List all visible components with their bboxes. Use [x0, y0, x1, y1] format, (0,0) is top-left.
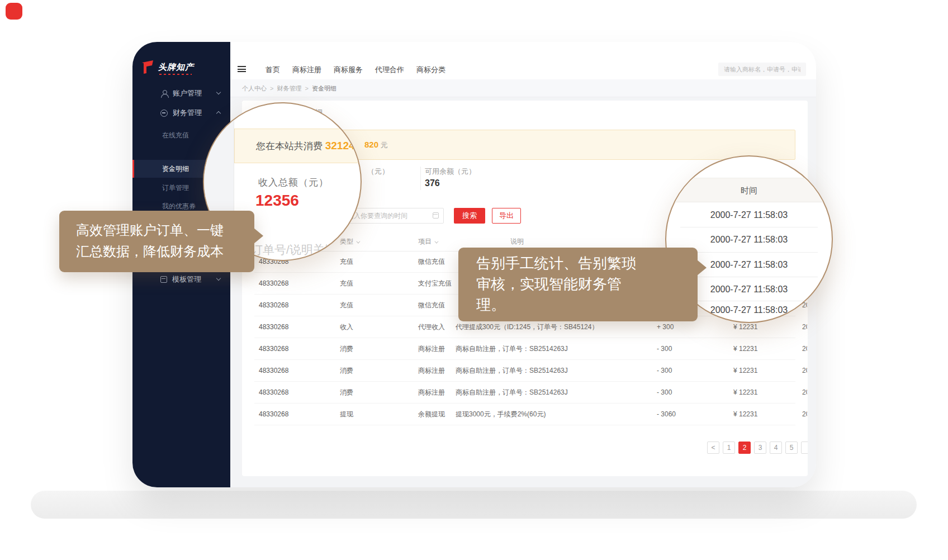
col-header-type[interactable]: 类型	[340, 237, 359, 246]
breadcrumb: 个人中心>财务管理>资金明细	[230, 79, 816, 97]
chevron-down-icon	[216, 90, 221, 94]
red-corner-accent	[6, 3, 22, 20]
breadcrumb-personal-center[interactable]: 个人中心	[242, 85, 267, 92]
table-row[interactable]: 48330268消费商标注册商标自助注册，订单号：SB2514263J- 300…	[254, 382, 795, 404]
sidebar-group-account[interactable]: 账户管理	[132, 84, 230, 103]
sidebar-group-template[interactable]: 模板管理	[132, 270, 230, 289]
hamburger-menu-icon[interactable]	[238, 66, 246, 72]
calendar-icon[interactable]	[433, 212, 439, 219]
callout-smart-finance: 告别手工统计、告别繁琐 审核，实现智能财务管 理。	[458, 248, 698, 321]
page-button-1[interactable]: 1	[723, 442, 735, 454]
top-navbar: 首页 商标注册 商标服务 代理合作 商标分类	[230, 42, 816, 79]
page-button-4[interactable]: 4	[770, 442, 782, 454]
sidebar-group-label: 财务管理	[173, 108, 202, 118]
callout-line: 高效管理账户订单、一键	[76, 220, 254, 241]
magnified-consumption-banner: 您在本站共消费 32124 元	[234, 129, 362, 163]
magnified-income-label: 收入总额（元）	[258, 176, 329, 189]
magnified-row-divider	[680, 252, 818, 253]
trademark-search-input[interactable]	[718, 63, 806, 76]
logo-subtitle-dots	[159, 74, 192, 75]
sidebar-group-label: 模板管理	[172, 274, 201, 284]
magnified-banner-text: 您在本站共消费 32124 元	[256, 140, 362, 153]
magnified-row-divider	[680, 277, 818, 277]
sort-caret-icon	[434, 240, 438, 244]
page-button-2-active[interactable]: 2	[738, 442, 751, 454]
search-button[interactable]: 搜索	[454, 208, 485, 224]
chevron-down-icon	[216, 276, 221, 281]
chevron-up-icon	[216, 111, 221, 116]
available-balance-value: 376	[425, 178, 440, 188]
magnified-row-divider	[680, 227, 818, 227]
col-header-description: 说明	[510, 237, 524, 246]
magnified-row-divider	[680, 301, 818, 301]
sort-caret-icon	[356, 240, 360, 244]
top-nav-items: 首页 商标注册 商标服务 代理合作 商标分类	[266, 63, 445, 77]
page-button-3[interactable]: 3	[754, 442, 766, 454]
template-icon	[160, 276, 167, 283]
nav-agent-cooperation[interactable]: 代理合作	[375, 65, 404, 75]
breadcrumb-separator: >	[270, 85, 273, 92]
callout-line: 审核，实现智能财务管	[476, 274, 698, 295]
consumption-amount: 820	[364, 140, 378, 149]
nav-trademark-register[interactable]: 商标注册	[292, 65, 321, 75]
callout-line: 理。	[476, 295, 698, 315]
page-prev-button[interactable]: <	[707, 442, 719, 454]
page-button-partial[interactable]	[801, 442, 808, 454]
magnified-consumption-amount: 32124	[325, 140, 355, 151]
available-balance-label: 可用余额（元）	[425, 167, 476, 177]
wallet-icon	[160, 110, 168, 117]
table-row[interactable]: 48330268消费商标注册商标自助注册，订单号：SB2514263J- 300…	[254, 360, 795, 382]
magnified-time-header: 时间	[666, 186, 832, 196]
callout-finance-efficiency: 高效管理账户订单、一键 汇总数据，降低财务成本	[59, 211, 254, 272]
table-row[interactable]: 48330268消费商标注册商标自助注册，订单号：SB2514263J- 300…	[254, 338, 795, 360]
sidebar-group-finance[interactable]: 财务管理	[132, 103, 230, 122]
pagination: < 1 2 3 4 5	[707, 442, 808, 454]
nav-trademark-service[interactable]: 商标服务	[334, 65, 363, 75]
marketing-screenshot: 头牌知产 账户管理 财务管理 在线充值 资金明细 订单管理 我的优惠券 我的发票…	[0, 0, 948, 560]
page-button-5[interactable]: 5	[785, 442, 798, 454]
breadcrumb-separator: >	[305, 85, 308, 92]
callout-line: 告别手工统计、告别繁琐	[476, 253, 698, 274]
user-icon	[160, 90, 168, 97]
callout-arrow-icon	[697, 260, 707, 276]
callout-line: 汇总数据，降低财务成本	[76, 241, 254, 262]
nav-home[interactable]: 首页	[266, 65, 280, 75]
col-header-project[interactable]: 项目	[418, 237, 437, 246]
magnified-income-value: 12356	[255, 192, 299, 210]
laptop-base	[31, 491, 917, 519]
sidebar-group-label: 账户管理	[173, 88, 202, 98]
nav-trademark-category[interactable]: 商标分类	[416, 65, 445, 75]
logo-title: 头牌知产	[158, 62, 194, 73]
brand-flag-icon	[140, 60, 155, 74]
callout-arrow-icon	[254, 228, 263, 244]
table-row[interactable]: 48330268提现余额提现提现3000元，手续费2%(60元)- 3060¥ …	[254, 404, 795, 425]
stat-divider	[420, 167, 421, 190]
export-button[interactable]: 导出	[492, 208, 521, 224]
magnified-time-cell: 2000-7-27 11:58:03	[666, 210, 832, 220]
logo[interactable]: 头牌知产	[140, 59, 224, 78]
magnified-time-cell: 2000-7-27 11:58:03	[666, 235, 832, 245]
breadcrumb-finance[interactable]: 财务管理	[277, 85, 301, 92]
breadcrumb-current: 资金明细	[312, 85, 336, 92]
consumption-banner-text: 820 元	[364, 140, 388, 150]
consumption-unit: 元	[381, 141, 388, 149]
stat-middle-label: （元）	[367, 167, 389, 177]
